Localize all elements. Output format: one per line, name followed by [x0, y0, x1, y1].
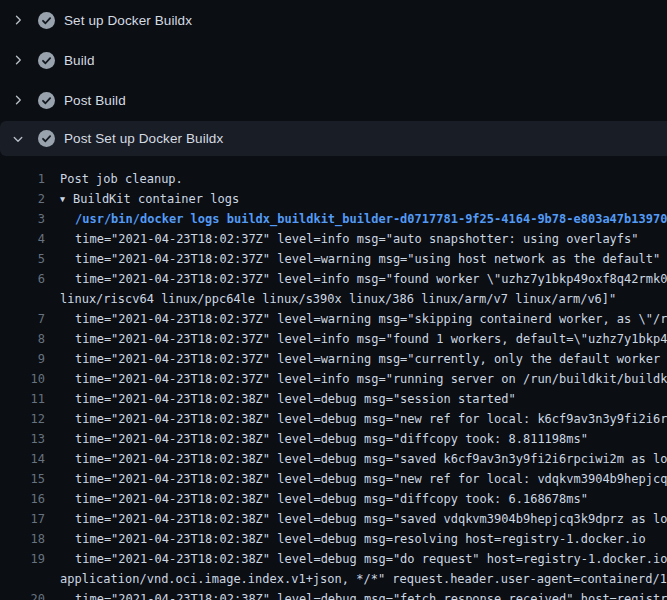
check-circle-icon: [38, 92, 55, 109]
line-number: 4: [0, 229, 45, 249]
log-line: 16time="2021-04-23T18:02:38Z" level=debu…: [0, 489, 667, 509]
log-line: 13time="2021-04-23T18:02:38Z" level=debu…: [0, 429, 667, 449]
check-circle-icon: [38, 52, 55, 69]
line-text: time="2021-04-23T18:02:38Z" level=debug …: [60, 429, 588, 449]
line-text: time="2021-04-23T18:02:38Z" level=debug …: [60, 589, 667, 600]
log-line: 5time="2021-04-23T18:02:37Z" level=warni…: [0, 249, 667, 269]
log-line: 20time="2021-04-23T18:02:38Z" level=debu…: [0, 589, 667, 600]
line-text: time="2021-04-23T18:02:38Z" level=debug …: [60, 409, 667, 429]
log-line: 12time="2021-04-23T18:02:38Z" level=debu…: [0, 409, 667, 429]
step-row-post-build[interactable]: Post Build: [0, 80, 667, 120]
line-text: time="2021-04-23T18:02:37Z" level=info m…: [60, 329, 667, 349]
workflow-logs-panel: Set up Docker BuildxBuildPost BuildPost …: [0, 0, 667, 600]
line-text: time="2021-04-23T18:02:37Z" level=info m…: [60, 369, 667, 389]
line-number: 16: [0, 489, 45, 509]
chevron-right-icon[interactable]: [12, 14, 24, 26]
line-number: 19: [0, 549, 45, 569]
log-line: 7time="2021-04-23T18:02:37Z" level=warni…: [0, 309, 667, 329]
step-row-set-up-docker-buildx[interactable]: Set up Docker Buildx: [0, 0, 667, 40]
line-number: 9: [0, 349, 45, 369]
line-number: 3: [0, 209, 45, 229]
step-label: Post Set up Docker Buildx: [64, 131, 223, 146]
log-panel: 1Post job cleanup.2▼BuildKit container l…: [0, 169, 667, 600]
log-group-collapse-icon[interactable]: ▼: [60, 189, 73, 209]
step-row-post-set-up-docker-buildx[interactable]: Post Set up Docker Buildx: [0, 121, 667, 156]
line-text: time="2021-04-23T18:02:37Z" level=info m…: [60, 269, 667, 289]
line-number: 1: [0, 169, 45, 189]
line-text: time="2021-04-23T18:02:38Z" level=debug …: [60, 509, 667, 529]
line-text: time="2021-04-23T18:02:38Z" level=debug …: [60, 489, 588, 509]
log-group-header: ▼BuildKit container logs: [60, 189, 239, 209]
line-number: [0, 569, 45, 589]
log-line: 15time="2021-04-23T18:02:38Z" level=debu…: [0, 469, 667, 489]
line-number: 18: [0, 529, 45, 549]
log-line: 11time="2021-04-23T18:02:38Z" level=debu…: [0, 389, 667, 409]
line-number: 6: [0, 269, 45, 289]
log-line: 10time="2021-04-23T18:02:37Z" level=info…: [0, 369, 667, 389]
line-number: 15: [0, 469, 45, 489]
line-text: time="2021-04-23T18:02:38Z" level=debug …: [60, 389, 516, 409]
line-text: linux/riscv64 linux/ppc64le linux/s390x …: [60, 289, 616, 309]
chevron-right-icon[interactable]: [12, 54, 24, 66]
log-line: 6time="2021-04-23T18:02:37Z" level=info …: [0, 269, 667, 289]
check-circle-icon: [38, 12, 55, 29]
line-number: 11: [0, 389, 45, 409]
chevron-down-icon[interactable]: [12, 133, 24, 145]
check-circle-icon: [38, 130, 55, 147]
log-line-wrap: linux/riscv64 linux/ppc64le linux/s390x …: [0, 289, 667, 309]
log-line: 8time="2021-04-23T18:02:37Z" level=info …: [0, 329, 667, 349]
line-number: 7: [0, 309, 45, 329]
line-text: time="2021-04-23T18:02:38Z" level=debug …: [60, 469, 667, 489]
line-text: application/vnd.oci.image.index.v1+json,…: [60, 569, 667, 589]
line-text: time="2021-04-23T18:02:38Z" level=debug …: [60, 549, 667, 569]
log-line: 14time="2021-04-23T18:02:38Z" level=debu…: [0, 449, 667, 469]
log-line: 18time="2021-04-23T18:02:38Z" level=debu…: [0, 529, 667, 549]
line-number: [0, 289, 45, 309]
line-number: 13: [0, 429, 45, 449]
line-number: 5: [0, 249, 45, 269]
step-label: Build: [64, 53, 95, 68]
line-number: 8: [0, 329, 45, 349]
log-group-label: BuildKit container logs: [73, 192, 239, 206]
chevron-right-icon[interactable]: [12, 94, 24, 106]
log-line: 3/usr/bin/docker logs buildx_buildkit_bu…: [0, 209, 667, 229]
command-text: /usr/bin/docker logs buildx_buildkit_bui…: [60, 209, 667, 229]
line-text: Post job cleanup.: [60, 169, 183, 189]
line-text: time="2021-04-23T18:02:37Z" level=warnin…: [60, 249, 660, 269]
log-line: 9time="2021-04-23T18:02:37Z" level=warni…: [0, 349, 667, 369]
line-text: time="2021-04-23T18:02:37Z" level=warnin…: [60, 349, 667, 369]
step-list: Set up Docker BuildxBuildPost BuildPost …: [0, 0, 667, 156]
step-label: Set up Docker Buildx: [64, 13, 192, 28]
log-line: 4time="2021-04-23T18:02:37Z" level=info …: [0, 229, 667, 249]
step-label: Post Build: [64, 93, 126, 108]
line-number: 10: [0, 369, 45, 389]
line-number: 2: [0, 189, 45, 209]
line-number: 17: [0, 509, 45, 529]
line-text: time="2021-04-23T18:02:37Z" level=info m…: [60, 229, 639, 249]
line-number: 14: [0, 449, 45, 469]
log-line: 1Post job cleanup.: [0, 169, 667, 189]
line-text: time="2021-04-23T18:02:37Z" level=warnin…: [60, 309, 667, 329]
log-line: 2▼BuildKit container logs: [0, 189, 667, 209]
line-number: 20: [0, 589, 45, 600]
line-number: 12: [0, 409, 45, 429]
log-line: 17time="2021-04-23T18:02:38Z" level=debu…: [0, 509, 667, 529]
line-text: time="2021-04-23T18:02:38Z" level=debug …: [60, 449, 667, 469]
log-line: 19time="2021-04-23T18:02:38Z" level=debu…: [0, 549, 667, 569]
line-text: time="2021-04-23T18:02:38Z" level=debug …: [60, 529, 646, 549]
step-row-build[interactable]: Build: [0, 40, 667, 80]
log-line-wrap: application/vnd.oci.image.index.v1+json,…: [0, 569, 667, 589]
